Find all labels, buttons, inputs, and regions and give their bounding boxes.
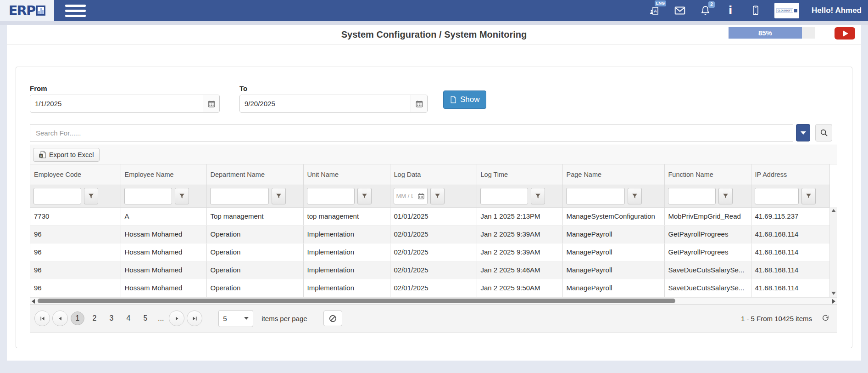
filter-input-page-name[interactable] [566, 188, 625, 204]
filter-input-function-name[interactable] [668, 188, 716, 204]
log-grid: x Export to Excel Employee Code Employee… [30, 145, 837, 333]
page-ellipsis[interactable]: ... [158, 314, 164, 322]
filter-input-log-data[interactable] [394, 192, 415, 199]
mail-button[interactable] [673, 3, 686, 18]
filter-input-department-name[interactable] [210, 188, 269, 204]
user-greeting[interactable]: Hello! Ahmed [812, 6, 862, 15]
page-number-2[interactable]: 2 [88, 311, 101, 325]
company-logo-square [794, 9, 797, 12]
erp-logo[interactable]: ERP [0, 0, 54, 21]
scroll-right-arrow-icon[interactable] [832, 299, 835, 304]
filter-button-employee-code[interactable] [84, 188, 98, 204]
to-calendar-button[interactable] [411, 95, 427, 112]
filter-input-employee-code[interactable] [33, 188, 81, 204]
table-row[interactable]: 96 Hossam Mohamed Operation Implementati… [30, 225, 829, 243]
cell-employee-code: 96 [30, 225, 121, 243]
clear-filters-button[interactable] [323, 311, 342, 326]
cell-employee-name: Hossam Mohamed [121, 261, 206, 279]
first-page-button[interactable] [34, 311, 50, 326]
company-logo-badge: CLOUDSOFT [774, 3, 799, 18]
filter-button-function-name[interactable] [718, 188, 733, 204]
items-range-label: 1 - 5 From 10425 items [741, 315, 812, 322]
column-header-employee-code[interactable]: Employee Code [30, 164, 121, 185]
from-date-input[interactable] [30, 95, 203, 112]
phone-icon [751, 4, 761, 17]
table-row[interactable]: 96 Hossam Mohamed Operation Implementati… [30, 261, 829, 279]
filter-button-log-data[interactable] [430, 188, 445, 204]
cell-page-name: ManageSystemConfiguration [562, 207, 664, 225]
scroll-up-arrow-icon[interactable] [831, 209, 836, 212]
info-button[interactable]: i [724, 3, 737, 18]
column-header-department-name[interactable]: Department Name [206, 164, 303, 185]
from-date-field [30, 95, 220, 113]
menu-toggle-button[interactable] [65, 5, 86, 17]
scroll-left-arrow-icon[interactable] [32, 299, 35, 304]
table-row[interactable]: 7730 A Top management top management 01/… [30, 207, 829, 225]
page-size-select[interactable]: 5 [218, 310, 253, 327]
cell-department-name: Top management [206, 207, 303, 225]
log-table: Employee Code Employee Name Department N… [30, 164, 830, 297]
svg-text:x: x [40, 154, 42, 157]
cell-department-name: Operation [206, 261, 303, 279]
svg-text:A: A [654, 9, 657, 13]
filter-button-ip-address[interactable] [801, 188, 816, 204]
column-header-log-time[interactable]: Log Time [477, 164, 562, 185]
horizontal-scrollbar[interactable] [30, 297, 837, 304]
search-options-dropdown-button[interactable] [796, 124, 810, 141]
column-header-employee-name[interactable]: Employee Name [121, 164, 206, 185]
filter-input-log-time[interactable] [480, 188, 528, 204]
page-number-5[interactable]: 5 [139, 311, 152, 325]
show-button[interactable]: Show [443, 90, 486, 109]
column-header-ip-address[interactable]: IP Address [751, 164, 829, 185]
funnel-icon [362, 193, 367, 199]
filter-button-page-name[interactable] [628, 188, 642, 204]
column-header-unit-name[interactable]: Unit Name [303, 164, 390, 185]
refresh-button[interactable] [822, 314, 830, 322]
notifications-button[interactable]: 2 [699, 3, 712, 18]
cell-log-time: Jan 2 2025 9:46AM [477, 261, 562, 279]
filter-button-department-name[interactable] [272, 188, 286, 204]
cell-unit-name: top management [303, 207, 390, 225]
next-page-button[interactable] [169, 311, 184, 326]
page-number-1[interactable]: 1 [71, 311, 84, 325]
scroll-down-arrow-icon[interactable] [831, 292, 836, 295]
filter-button-unit-name[interactable] [357, 188, 372, 204]
cell-log-time: Jan 2 2025 9:39AM [477, 243, 562, 261]
filter-input-unit-name[interactable] [307, 188, 355, 204]
cell-page-name: ManagePayroll [562, 243, 664, 261]
content-sheet: System Configuration / System Monitoring… [7, 25, 861, 361]
language-button[interactable]: A ENG [648, 3, 661, 18]
column-header-log-data[interactable]: Log Data [390, 164, 477, 185]
vertical-scrollbar[interactable] [829, 207, 837, 297]
chevron-down-icon [244, 317, 249, 320]
log-data-calendar-button[interactable] [415, 188, 427, 204]
export-to-excel-button[interactable]: x Export to Excel [33, 148, 100, 162]
mobile-app-button[interactable] [749, 3, 762, 18]
last-page-button[interactable] [187, 311, 202, 326]
search-input[interactable] [30, 124, 793, 141]
page-number-4[interactable]: 4 [122, 311, 135, 325]
column-header-page-name[interactable]: Page Name [562, 164, 664, 185]
export-to-excel-label: Export to Excel [49, 151, 94, 158]
to-date-input[interactable] [240, 95, 411, 112]
record-button[interactable] [835, 27, 855, 40]
table-row[interactable]: 96 Hossam Mohamed Operation Implementati… [30, 279, 829, 297]
cell-employee-name: A [121, 207, 206, 225]
filter-button-log-time[interactable] [531, 188, 545, 204]
page-number-3[interactable]: 3 [105, 311, 118, 325]
cell-employee-code: 7730 [30, 207, 121, 225]
cell-log-time: Jan 2 2025 9:39AM [477, 225, 562, 243]
cell-employee-name: Hossam Mohamed [121, 225, 206, 243]
filter-input-ip-address[interactable] [755, 188, 799, 204]
cell-ip-address: 41.68.168.114 [751, 225, 829, 243]
previous-page-button[interactable] [52, 311, 68, 326]
funnel-icon [535, 193, 541, 199]
funnel-icon [723, 193, 729, 199]
search-button[interactable] [815, 124, 832, 141]
from-calendar-button[interactable] [203, 95, 219, 112]
table-row[interactable]: 96 Hossam Mohamed Operation Implementati… [30, 243, 829, 261]
column-header-function-name[interactable]: Function Name [664, 164, 751, 185]
filter-button-employee-name[interactable] [175, 188, 189, 204]
filter-input-employee-name[interactable] [124, 188, 172, 204]
horizontal-scroll-thumb[interactable] [38, 299, 675, 303]
